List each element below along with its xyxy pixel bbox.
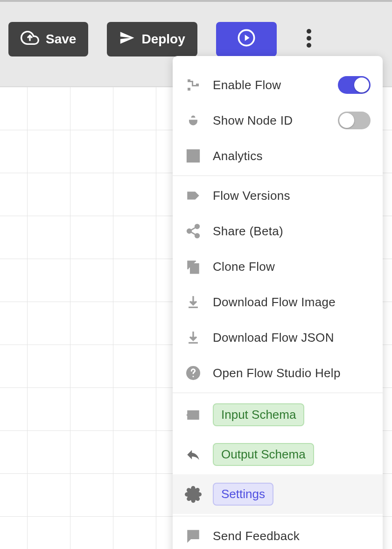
menu-divider (173, 176, 383, 176)
settings-chip: Settings (213, 483, 273, 506)
save-button-label: Save (46, 32, 76, 47)
menu-item-download-flow-json[interactable]: Download Flow JSON (173, 320, 383, 355)
download-icon (184, 328, 203, 347)
help-icon (184, 364, 203, 382)
menu-item-label: Download Flow Image (213, 295, 371, 310)
menu-item-label: Send Feedback (213, 529, 371, 543)
menu-item-label: Flow Versions (213, 189, 371, 203)
toggle-knob (354, 77, 369, 92)
svg-point-2 (307, 36, 311, 41)
menu-item-flow-versions[interactable]: Flow Versions (173, 178, 383, 213)
more-vertical-icon (307, 29, 311, 49)
toolbar: Save Deploy (0, 22, 392, 56)
menu-item-open-help[interactable]: Open Flow Studio Help (173, 355, 383, 391)
svg-point-3 (307, 43, 311, 48)
menu-item-label: Download Flow JSON (213, 331, 371, 345)
menu-item-clone-flow[interactable]: Clone Flow (173, 249, 383, 284)
deploy-button[interactable]: Deploy (107, 22, 197, 56)
menu-item-output-schema[interactable]: Output Schema (173, 435, 383, 474)
menu-item-share[interactable]: Share (Beta) (173, 213, 383, 249)
menu-divider (173, 393, 383, 393)
share-icon (184, 222, 203, 240)
menu-item-enable-flow[interactable]: Enable Flow (173, 67, 383, 103)
run-button[interactable] (216, 22, 277, 56)
svg-point-6 (187, 229, 191, 233)
more-menu-button[interactable] (297, 22, 321, 56)
download-icon (184, 293, 203, 311)
cloud-upload-icon (21, 28, 39, 50)
menu-item-label: Show Node ID (213, 113, 328, 128)
input-schema-chip: Input Schema (213, 403, 304, 426)
menu-item-analytics[interactable]: Analytics (173, 138, 383, 174)
menu-item-label: Share (Beta) (213, 224, 371, 239)
deploy-button-label: Deploy (141, 32, 185, 47)
gear-icon (184, 485, 203, 504)
menu-item-input-schema[interactable]: Input Schema (173, 395, 383, 435)
bug-icon (184, 111, 203, 130)
menu-item-label: Clone Flow (213, 260, 371, 274)
save-button[interactable]: Save (8, 22, 88, 56)
copy-icon (184, 257, 203, 276)
svg-point-1 (307, 29, 311, 34)
play-circle-icon (237, 28, 256, 50)
analytics-icon (184, 147, 203, 165)
menu-item-label: Open Flow Studio Help (213, 366, 371, 380)
show-node-id-toggle[interactable] (338, 112, 371, 129)
input-icon (184, 406, 203, 424)
enable-flow-toggle[interactable] (338, 76, 371, 94)
menu-item-settings[interactable]: Settings (173, 474, 383, 514)
more-menu: Enable Flow Show Node ID Analytics Flow … (173, 56, 383, 549)
toggle-knob (339, 113, 354, 128)
menu-item-label: Enable Flow (213, 78, 328, 92)
menu-item-label: Analytics (213, 149, 371, 163)
flow-icon (184, 76, 203, 94)
reply-icon (184, 445, 203, 464)
svg-point-5 (195, 225, 199, 229)
tag-icon (184, 186, 203, 205)
output-schema-chip: Output Schema (213, 443, 314, 466)
menu-item-show-node-id[interactable]: Show Node ID (173, 103, 383, 138)
menu-divider (173, 516, 383, 516)
menu-item-download-flow-image[interactable]: Download Flow Image (173, 284, 383, 320)
send-icon (119, 30, 135, 49)
feedback-icon (184, 527, 203, 545)
menu-item-send-feedback[interactable]: Send Feedback (173, 518, 383, 549)
svg-point-7 (195, 234, 199, 238)
